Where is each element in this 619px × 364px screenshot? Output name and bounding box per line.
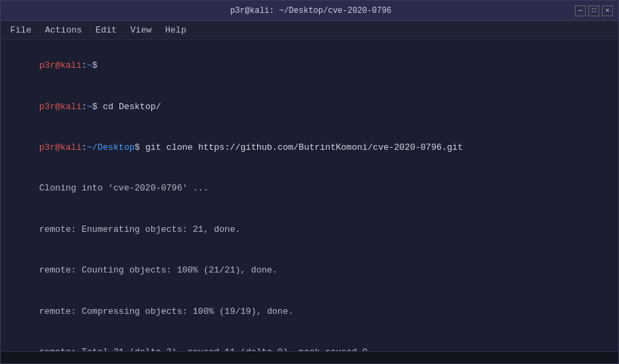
terminal-line-6: remote: Counting objects: 100% (21/21), … (7, 250, 612, 291)
terminal-line-2: p3r@kali:~$ cd Desktop/ (7, 86, 612, 127)
window-controls: — □ ✕ (575, 5, 613, 16)
terminal-body[interactable]: p3r@kali:~$ p3r@kali:~$ cd Desktop/ p3r@… (1, 40, 618, 351)
close-button[interactable]: ✕ (602, 5, 613, 16)
menu-help[interactable]: Help (158, 22, 193, 38)
terminal-line-7: remote: Compressing objects: 100% (19/19… (7, 291, 612, 332)
title-bar: p3r@kali: ~/Desktop/cve-2020-0796 — □ ✕ (1, 1, 618, 21)
menu-view[interactable]: View (124, 22, 158, 38)
status-bar (1, 351, 618, 363)
menu-bar: File Actions Edit View Help (1, 21, 618, 40)
terminal-line-4: Cloning into 'cve-2020-0796' ... (7, 168, 612, 209)
terminal-line-8: remote: Total 21 (delta 3), reused 11 (d… (7, 332, 612, 351)
terminal-window: p3r@kali: ~/Desktop/cve-2020-0796 — □ ✕ … (0, 0, 619, 364)
minimize-button[interactable]: — (575, 5, 586, 16)
terminal-line-1: p3r@kali:~$ (7, 45, 612, 86)
terminal-line-5: remote: Enumerating objects: 21, done. (7, 209, 612, 250)
menu-actions[interactable]: Actions (38, 22, 89, 38)
window-title: p3r@kali: ~/Desktop/cve-2020-0796 (47, 6, 575, 16)
maximize-button[interactable]: □ (588, 5, 599, 16)
menu-file[interactable]: File (3, 22, 38, 38)
terminal-line-3: p3r@kali:~/Desktop$ git clone https://gi… (7, 127, 612, 168)
menu-edit[interactable]: Edit (89, 22, 124, 38)
